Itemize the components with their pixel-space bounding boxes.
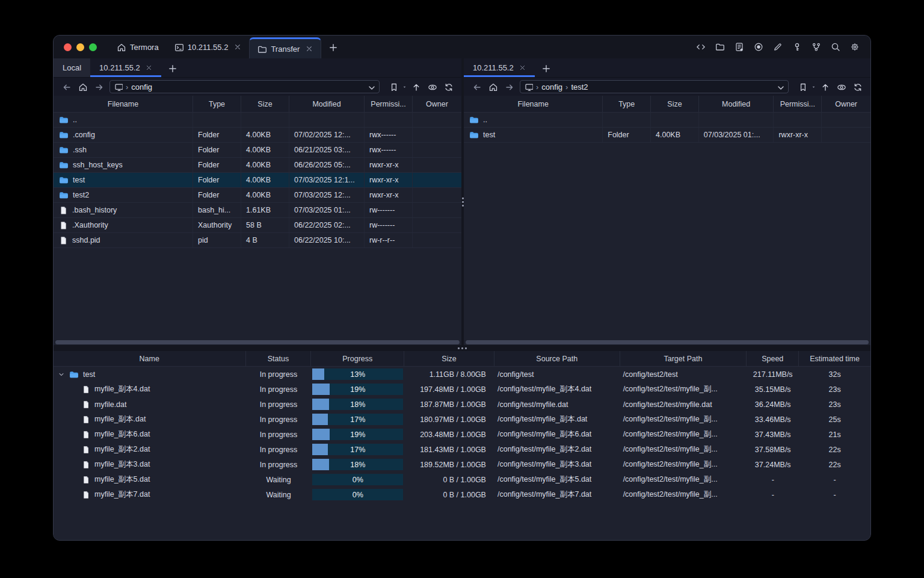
- branch-icon[interactable]: [810, 40, 823, 54]
- search-icon[interactable]: [829, 40, 842, 54]
- close-tab-icon[interactable]: [234, 43, 241, 51]
- target-path-cell: /config/test2/test: [620, 367, 747, 382]
- column-header[interactable]: Estimated time: [799, 351, 870, 366]
- tab-ssh-session[interactable]: 10.211.55.2: [167, 36, 250, 58]
- column-header[interactable]: Owner: [413, 96, 461, 112]
- caret-down-icon[interactable]: [402, 84, 407, 90]
- refresh-button[interactable]: [441, 79, 456, 94]
- refresh-button[interactable]: [850, 79, 865, 94]
- breadcrumb-segment[interactable]: config: [131, 82, 152, 92]
- column-header[interactable]: Type: [193, 96, 241, 112]
- file-row[interactable]: .Xauthority Xauthority 58 B 06/22/2025 0…: [54, 218, 461, 233]
- column-header[interactable]: Size: [404, 351, 494, 366]
- transfer-row[interactable]: myfile_副本5.dat Waiting 0% 0 B / 1.00GB /…: [54, 472, 870, 487]
- tab-remote-host[interactable]: 10.211.55.2: [464, 58, 535, 77]
- column-header[interactable]: Filename: [464, 96, 603, 112]
- tab-termora-home[interactable]: Termora: [109, 36, 167, 58]
- folder-icon[interactable]: [713, 40, 727, 54]
- home-button[interactable]: [485, 79, 500, 94]
- horizontal-splitter[interactable]: [54, 345, 870, 351]
- close-tab-icon[interactable]: [146, 64, 152, 71]
- titlebar-actions: [694, 36, 870, 58]
- settings-icon[interactable]: [848, 40, 861, 54]
- path-dropdown-button[interactable]: [776, 83, 784, 91]
- path-input[interactable]: › config: [109, 80, 380, 93]
- transfer-row[interactable]: test In progress 13% 1.11GB / 8.00GB /co…: [54, 367, 870, 382]
- breadcrumb-segment[interactable]: test2: [571, 82, 588, 92]
- minimize-window-button[interactable]: [76, 43, 84, 51]
- scrollbar-thumb[interactable]: [466, 340, 869, 344]
- transfer-row[interactable]: myfile_副本6.dat In progress 19% 203.48MB …: [54, 427, 870, 442]
- progress-label: 18%: [312, 399, 403, 410]
- file-row[interactable]: .ssh Folder 4.00KB 06/21/2025 03:... rwx…: [54, 143, 461, 158]
- forward-button[interactable]: [91, 79, 106, 94]
- file-row[interactable]: ..: [54, 113, 461, 128]
- column-header[interactable]: Progress: [311, 351, 404, 366]
- parent-directory-button[interactable]: [818, 79, 833, 94]
- column-header[interactable]: Modified: [699, 96, 774, 112]
- code-icon[interactable]: [694, 40, 707, 54]
- forward-button[interactable]: [502, 79, 517, 94]
- key-icon[interactable]: [790, 40, 804, 54]
- path-dropdown-button[interactable]: [367, 83, 375, 91]
- back-button[interactable]: [59, 79, 74, 94]
- transfer-row[interactable]: myfile_副本3.dat In progress 18% 189.52MB …: [54, 457, 870, 472]
- close-tab-icon[interactable]: [306, 45, 313, 52]
- new-tab-button[interactable]: [321, 36, 345, 58]
- show-hidden-button[interactable]: [425, 79, 440, 94]
- column-header[interactable]: Size: [651, 96, 699, 112]
- add-panel-tab-button[interactable]: [161, 58, 183, 77]
- transfer-row[interactable]: myfile_副本.dat In progress 17% 180.97MB /…: [54, 412, 870, 427]
- column-header[interactable]: Speed: [747, 351, 799, 366]
- transfer-row[interactable]: myfile_副本4.dat In progress 19% 197.48MB …: [54, 382, 870, 397]
- back-button[interactable]: [469, 79, 484, 94]
- collapse-chevron-icon[interactable]: [58, 371, 65, 378]
- file-row[interactable]: ..: [464, 113, 870, 128]
- show-hidden-button[interactable]: [834, 79, 849, 94]
- column-header[interactable]: Permissi...: [365, 96, 413, 112]
- speed-cell: 33.46MB/s: [747, 412, 799, 427]
- transfer-row[interactable]: myfile_副本7.dat Waiting 0% 0 B / 1.00GB /…: [54, 487, 870, 502]
- modified-cell: 06/26/2025 05:...: [289, 158, 365, 172]
- progress-label: 0%: [312, 489, 403, 500]
- file-row[interactable]: .config Folder 4.00KB 07/02/2025 12:... …: [54, 128, 461, 143]
- tab-transfer[interactable]: Transfer: [249, 37, 321, 58]
- column-header[interactable]: Owner: [822, 96, 870, 112]
- close-window-button[interactable]: [64, 43, 72, 51]
- caret-down-icon[interactable]: [811, 84, 816, 90]
- transfer-row[interactable]: myfile.dat In progress 18% 187.87MB / 1.…: [54, 397, 870, 412]
- file-row[interactable]: sshd.pid pid 4 B 06/22/2025 10:... rw-r-…: [54, 233, 461, 248]
- column-header[interactable]: Permissi...: [774, 96, 822, 112]
- record-icon[interactable]: [752, 40, 765, 54]
- column-header[interactable]: Target Path: [620, 351, 747, 366]
- breadcrumb-segment[interactable]: config: [541, 82, 562, 92]
- column-header[interactable]: Size: [241, 96, 289, 112]
- parent-directory-button[interactable]: [408, 79, 424, 94]
- file-row[interactable]: ssh_host_keys Folder 4.00KB 06/26/2025 0…: [54, 158, 461, 173]
- column-header[interactable]: Status: [246, 351, 312, 366]
- path-input[interactable]: › config › test2: [520, 80, 789, 93]
- column-header[interactable]: Filename: [54, 96, 193, 112]
- column-header[interactable]: Source Path: [494, 351, 620, 366]
- tab-local[interactable]: Local: [54, 58, 90, 77]
- file-row[interactable]: test Folder 4.00KB 07/03/2025 01:... rwx…: [464, 128, 870, 143]
- zoom-window-button[interactable]: [89, 43, 97, 51]
- document-icon[interactable]: [733, 40, 746, 54]
- bookmark-button[interactable]: [386, 79, 407, 94]
- file-panels: Local 10.211.55.2: [54, 58, 870, 345]
- scrollbar-thumb[interactable]: [55, 340, 460, 344]
- size-cell: 187.87MB / 1.00GB: [404, 397, 494, 412]
- column-header[interactable]: Name: [54, 351, 246, 366]
- edit-icon[interactable]: [771, 40, 784, 54]
- column-header[interactable]: Type: [603, 96, 651, 112]
- tab-remote-host[interactable]: 10.211.55.2: [90, 58, 161, 77]
- file-row[interactable]: test2 Folder 4.00KB 07/03/2025 12:... rw…: [54, 188, 461, 203]
- add-panel-tab-button[interactable]: [535, 58, 556, 77]
- close-tab-icon[interactable]: [519, 64, 526, 71]
- file-row[interactable]: .bash_history bash_hi... 1.61KB 07/03/20…: [54, 203, 461, 218]
- column-header[interactable]: Modified: [289, 96, 365, 112]
- home-button[interactable]: [75, 79, 90, 94]
- transfer-row[interactable]: myfile_副本2.dat In progress 17% 181.43MB …: [54, 442, 870, 457]
- bookmark-button[interactable]: [795, 79, 816, 94]
- file-row[interactable]: test Folder 4.00KB 07/03/2025 12:1... rw…: [54, 173, 461, 188]
